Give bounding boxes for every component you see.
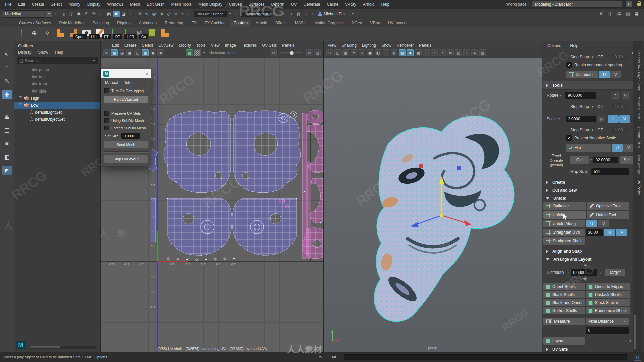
measure-button[interactable]: Measure bbox=[543, 318, 585, 325]
scale-piv-icon[interactable]: ◳ bbox=[598, 116, 605, 122]
snap-icon[interactable]: ⊚ bbox=[173, 11, 179, 17]
outliner-row[interactable]: + side bbox=[14, 87, 100, 95]
menu-item[interactable]: Deform bbox=[269, 1, 286, 7]
viewport-toolbar-icon[interactable]: ▥ bbox=[479, 49, 486, 56]
uv-toolbar-icon[interactable]: ▢ bbox=[134, 49, 141, 56]
uv-editor-menu-item[interactable]: Create bbox=[124, 43, 137, 48]
menu-item[interactable]: Mesh bbox=[128, 1, 142, 7]
menu-set-select[interactable]: Modeling bbox=[2, 10, 45, 18]
checker-map-icon[interactable] bbox=[194, 49, 201, 56]
texture-image-icon[interactable]: ▨ bbox=[186, 49, 193, 56]
viewport-toolbar-icon[interactable]: ∿ bbox=[359, 49, 365, 56]
shelf-tab[interactable]: Poly Modeling bbox=[55, 20, 88, 27]
snap-icon[interactable]: ∿ bbox=[143, 11, 150, 17]
viewport-menu-item[interactable]: Panels bbox=[419, 43, 431, 48]
unfold-tool-button[interactable]: Unfold Tool bbox=[587, 211, 629, 219]
layout-options-icon[interactable]: ▼ bbox=[628, 340, 633, 343]
file-toolbar-icon[interactable]: ↷ bbox=[90, 11, 97, 17]
shelf-script-button[interactable]: HFR bbox=[124, 34, 137, 39]
menu-item[interactable]: Modify bbox=[67, 1, 82, 7]
dialog-titlebar[interactable]: M — □ ✕ bbox=[101, 69, 151, 78]
tool-icon[interactable]: ◌ bbox=[2, 63, 12, 72]
outliner-row[interactable]: + persp bbox=[14, 66, 100, 73]
minimize-icon[interactable]: — bbox=[132, 72, 136, 76]
uv-toolbar-icon[interactable]: ▤ bbox=[314, 49, 321, 56]
step-snap-size-field[interactable]: 0.10 bbox=[612, 54, 629, 60]
file-toolbar-icon[interactable]: ▯ bbox=[61, 11, 67, 17]
shell-operation-button[interactable]: Stack Shells bbox=[543, 291, 585, 298]
workspace-dropdown-icon[interactable]: ▼ bbox=[625, 1, 632, 8]
shelf-tab[interactable]: Curves / Surfaces bbox=[15, 20, 55, 27]
shell-operation-button[interactable]: Gather Shells bbox=[543, 307, 585, 314]
v-button[interactable]: V bbox=[623, 144, 634, 152]
viewport-toolbar-icon[interactable]: ✛ bbox=[351, 49, 357, 56]
uv-editor-menu-item[interactable]: Cut/Sew bbox=[158, 43, 173, 48]
snap-icon[interactable]: ⊕ bbox=[158, 11, 165, 17]
texel-value-field[interactable]: 32.0000 bbox=[593, 157, 618, 163]
straighten-angle-field[interactable]: 30.00 bbox=[586, 229, 603, 236]
menu-item[interactable]: Select bbox=[49, 1, 63, 7]
shelf-tab[interactable]: Motion Graphics bbox=[311, 20, 347, 27]
uv-toolbar-icon[interactable]: ◪ bbox=[119, 49, 125, 56]
dim-image-slider[interactable] bbox=[280, 52, 303, 53]
shelf-script-button[interactable]: Hist bbox=[89, 34, 100, 39]
viewport-toolbar-icon[interactable]: ◌ bbox=[423, 49, 430, 56]
close-icon[interactable]: ✕ bbox=[146, 72, 149, 76]
menu-item[interactable]: Mesh Display bbox=[197, 1, 224, 7]
shelf-tab[interactable]: Bifrost bbox=[272, 20, 290, 27]
arrange-distribute-field[interactable]: 0.0000 bbox=[571, 269, 597, 276]
viewport-toolbar-icon[interactable]: ◈ bbox=[407, 49, 414, 56]
render-icon[interactable]: ◍ bbox=[295, 11, 302, 17]
shelf-script-button[interactable]: Cpdo bbox=[73, 34, 87, 39]
viewport-menu-item[interactable]: Shading bbox=[342, 43, 357, 48]
menu-item[interactable]: Windows bbox=[105, 1, 125, 7]
u-button[interactable]: U bbox=[586, 220, 597, 227]
viewport-toolbar-icon[interactable]: ▦ bbox=[399, 49, 406, 56]
u-button[interactable]: U bbox=[604, 229, 615, 236]
uv-editor-menu-item[interactable]: View bbox=[211, 43, 220, 48]
shelf-tab[interactable]: VRay bbox=[366, 20, 383, 27]
uv-editor-menu-item[interactable]: Edit bbox=[112, 43, 119, 48]
menu-item[interactable]: UV bbox=[289, 1, 299, 7]
menu-item[interactable]: V-Ray bbox=[343, 1, 358, 7]
menu-item[interactable]: Cache bbox=[325, 1, 340, 7]
wire-sphere-icon[interactable]: ⊕ bbox=[29, 28, 39, 38]
set-size-field[interactable]: 0.0000 bbox=[121, 133, 140, 139]
distribute-up-icon[interactable] bbox=[583, 264, 587, 266]
outliner-search[interactable]: Search... ▼ bbox=[17, 57, 98, 64]
tools-section-header[interactable]: Tools bbox=[542, 81, 637, 90]
straighten-shell-button[interactable]: Straighten Shell bbox=[543, 237, 585, 245]
viewport-toolbar-icon[interactable]: ◔ bbox=[439, 49, 446, 56]
outliner-row[interactable]: + top bbox=[14, 73, 100, 80]
viewport-toolbar-icon[interactable]: ◑ bbox=[463, 49, 470, 56]
viewport-canvas[interactable]: persp bbox=[324, 58, 542, 352]
dialog-tab[interactable]: Info bbox=[125, 80, 131, 85]
option-checkbox-row[interactable]: Using SubDiv Mesh bbox=[101, 117, 151, 124]
pixel-distance-field[interactable]: 0 bbox=[586, 327, 629, 334]
viewport-toolbar-icon[interactable]: ⊕ bbox=[447, 49, 454, 56]
uv-toolbar-icon[interactable]: ◉ bbox=[150, 49, 156, 56]
uv-toolbar-icon[interactable]: ⊟ bbox=[270, 49, 277, 56]
uv-editor-menu-item[interactable]: Tools bbox=[196, 43, 206, 48]
viewport-menu-item[interactable]: Show bbox=[381, 43, 391, 48]
menu-item[interactable]: Display bbox=[86, 1, 102, 7]
shelf-tab[interactable]: UVLayout bbox=[384, 20, 410, 27]
viewport-toolbar-icon[interactable]: ≋ bbox=[471, 49, 478, 56]
straighten-uvs-button[interactable]: Straighten UVs bbox=[543, 229, 585, 236]
uv-toolbar-icon[interactable]: ▦ bbox=[142, 49, 149, 56]
maximize-icon[interactable]: □ bbox=[140, 72, 142, 76]
viewport-menu-item[interactable]: View bbox=[328, 43, 336, 48]
sidebar-vertical-tab[interactable]: Modeling Toolkit bbox=[637, 97, 641, 121]
viewport-toolbar-icon[interactable]: ⊙ bbox=[326, 49, 333, 56]
tool-icon[interactable]: ◧ bbox=[2, 152, 12, 162]
uv-editor-menu-item[interactable]: Panels bbox=[282, 43, 294, 48]
shell-operation-button[interactable]: Unstack Shells bbox=[586, 291, 630, 298]
clamp-icon[interactable] bbox=[160, 28, 170, 38]
shelf-script-button[interactable]: FT bbox=[102, 34, 111, 39]
tool-icon[interactable]: ✚ bbox=[2, 90, 12, 99]
option-checkbox-row[interactable]: Preserve UV Sets bbox=[101, 110, 151, 117]
outliner-menu-item[interactable]: Help bbox=[55, 50, 63, 55]
debug-checkbox-row[interactable]: Turn On Debugging bbox=[101, 87, 151, 95]
step-snap-mode[interactable]: Off bbox=[597, 55, 603, 59]
menu-item[interactable]: File bbox=[3, 1, 13, 7]
